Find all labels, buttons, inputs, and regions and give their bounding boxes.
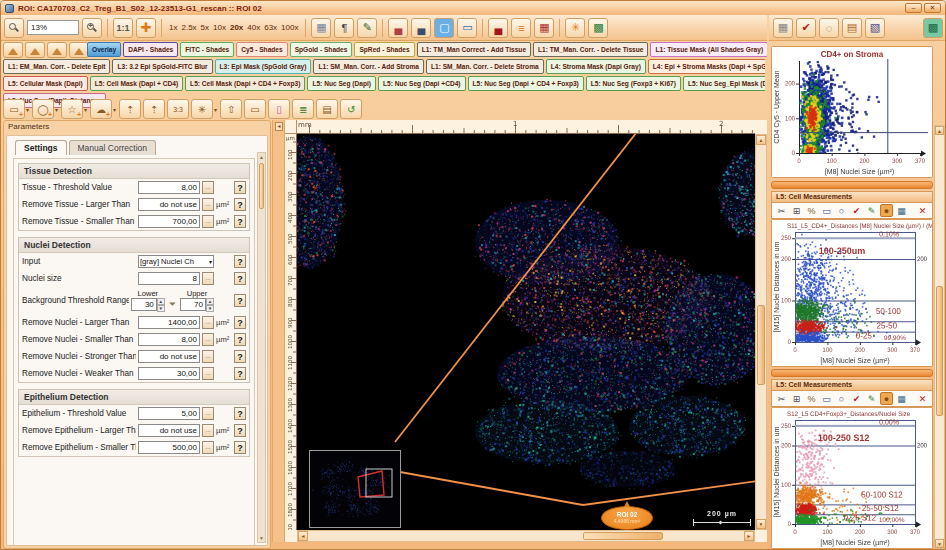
slider-magenta-tool[interactable]: ▯ [268, 99, 290, 119]
parameter-value-input[interactable] [138, 407, 200, 420]
crop-icon[interactable]: ▢ [434, 18, 454, 38]
draw-ellipse-tool[interactable]: ◯+ [32, 99, 54, 119]
undo-tool[interactable]: ↺ [340, 99, 362, 119]
zoom-preset-1x[interactable]: 1x [169, 23, 177, 32]
panel-separator[interactable] [771, 181, 933, 189]
gate-rect-icon[interactable]: ▭ [820, 204, 833, 217]
layer-tab[interactable]: L4: Stroma Mask (Dapi Gray) [546, 59, 646, 74]
layer-tab[interactable]: L1: Tissue Mask (All Shades Gray) [650, 42, 768, 57]
grid-dots-icon[interactable]: ▦ [773, 18, 793, 38]
zoom-preset-40x[interactable]: 40x [247, 23, 260, 32]
image-export-button[interactable] [47, 42, 67, 58]
grid-select-icon[interactable]: ▦ [311, 18, 331, 38]
zoom-preset-10x[interactable]: 10x [213, 23, 226, 32]
gate-config-icon[interactable]: ⊞ [790, 392, 803, 405]
more-options-button[interactable]: ... [202, 367, 214, 380]
help-button[interactable]: ? [234, 198, 246, 211]
overview-minimap[interactable] [309, 450, 401, 528]
gate-check-icon[interactable]: ✔ [850, 392, 863, 405]
edit-roi-icon[interactable]: ✎ [357, 18, 377, 38]
lower-threshold-input[interactable] [131, 298, 157, 311]
pan-tool-button[interactable]: ✚ [136, 18, 156, 38]
layer-tab[interactable]: L1: SM_Man. Corr. - Delete Stroma [426, 59, 544, 74]
gate-config-icon[interactable]: ⊞ [790, 204, 803, 217]
parameter-value-input[interactable] [138, 316, 200, 329]
percent-icon[interactable]: % [805, 392, 818, 405]
table-view-icon[interactable]: ▦ [895, 204, 908, 217]
roi-ellipse-icon[interactable]: ◌ [819, 18, 839, 38]
dot-display-icon[interactable]: ● [880, 392, 893, 405]
zoom-preset-20x[interactable]: 20x [230, 23, 243, 32]
annotate-icon[interactable]: ✎ [865, 204, 878, 217]
parameter-value-input[interactable] [138, 215, 200, 228]
input-channel-select[interactable]: [gray] Nuclei Ch▾ [138, 255, 214, 268]
image-view-button[interactable] [3, 42, 23, 58]
image-annotate-button[interactable] [25, 42, 45, 58]
annotate-icon[interactable]: ✎ [865, 392, 878, 405]
roi-badge[interactable]: ROI 02 4,4966 mm² [601, 506, 653, 530]
help-button[interactable]: ? [234, 181, 246, 194]
more-options-button[interactable]: ... [202, 350, 214, 363]
percent-icon[interactable]: % [805, 204, 818, 217]
verify-check-icon[interactable]: ✔ [796, 18, 816, 38]
more-options-button[interactable]: ... [202, 272, 214, 285]
draw-freehand-tool-dropdown[interactable]: ▾ [113, 106, 116, 113]
more-options-button[interactable]: ... [202, 198, 214, 211]
cd4-foxp3-distances-plot[interactable] [772, 408, 932, 548]
zoom-level-input[interactable] [27, 20, 79, 35]
zoom-preset-100x[interactable]: 100x [281, 23, 298, 32]
zoom-in-button[interactable]: + [82, 18, 102, 38]
image-new-button[interactable] [69, 42, 89, 58]
cd4-stroma-plot[interactable] [772, 47, 932, 177]
zoom-preset-2.5x[interactable]: 2.5x [181, 23, 196, 32]
layer-tab[interactable]: DAPI - Shades [123, 42, 178, 57]
zoom-preset-5x[interactable]: 5x [201, 23, 209, 32]
layer-tab[interactable]: Cy5 - Shades [236, 42, 287, 57]
parameter-value-input[interactable] [138, 272, 200, 285]
chart-search-icon[interactable]: ▧ [865, 18, 885, 38]
flower-select-tool[interactable]: ✳ [191, 99, 213, 119]
more-options-button[interactable]: ... [202, 316, 214, 329]
cut-icon[interactable]: ✂ [775, 392, 788, 405]
close-button[interactable]: ✕ [924, 3, 941, 13]
help-button[interactable]: ? [234, 272, 246, 285]
layer-tab[interactable]: L3: 3.2 Epi SpGold-FITC Blur [112, 59, 212, 74]
more-options-button[interactable]: ... [202, 441, 214, 454]
parameter-value-input[interactable] [138, 181, 200, 194]
more-options-button[interactable]: ... [202, 333, 214, 346]
layer-tab[interactable]: Overlay [87, 42, 121, 57]
help-button[interactable]: ? [234, 255, 246, 268]
help-button[interactable]: ? [234, 407, 246, 420]
table-view-icon[interactable]: ▦ [895, 392, 908, 405]
help-button[interactable]: ? [234, 441, 246, 454]
rect-plain-tool[interactable]: ▭ [244, 99, 266, 119]
one-to-one-button[interactable]: 1:1 [113, 18, 133, 38]
upper-threshold-input[interactable] [180, 298, 206, 311]
tab-settings[interactable]: Settings [15, 140, 67, 155]
parameter-value-input[interactable] [138, 441, 200, 454]
layer-tab[interactable]: L5: Nuc Seg (Dapi) [307, 76, 376, 91]
cd4-distances-plot[interactable] [772, 220, 932, 366]
list-icon[interactable]: ≡ [511, 18, 531, 38]
gate-ellipse-icon[interactable]: ○ [835, 204, 848, 217]
measure-flag-icon[interactable]: ¶ [334, 18, 354, 38]
parameter-value-input[interactable] [138, 367, 200, 380]
draw-rectangle-tool-dropdown[interactable]: ▾ [26, 106, 29, 113]
collapse-panel-button[interactable]: ◄ [275, 122, 283, 131]
pin-tool[interactable]: ⇡ [119, 99, 141, 119]
draw-freehand-tool[interactable]: ☁+ [90, 99, 112, 119]
layer-tab[interactable]: SpRed - Shades [354, 42, 414, 57]
layer-tab[interactable]: L5: Cellular Mask (Dapi) [3, 76, 88, 91]
close-panel-icon[interactable]: ✕ [916, 392, 929, 405]
measurements-scrollbar[interactable]: ▲ ▼ [934, 125, 945, 549]
help-button[interactable]: ? [234, 294, 246, 307]
layer-tab[interactable]: L5: Nuc Seg (Dapi +CD4) [378, 76, 466, 91]
viewer-vertical-scrollbar[interactable]: ▲ ▼ [755, 134, 767, 530]
layer-tab[interactable]: L3: Epi Mask (SpGold Gray) [215, 59, 312, 74]
gate-check-icon[interactable]: ✔ [850, 204, 863, 217]
layer-tab[interactable]: SpGold - Shades [290, 42, 353, 57]
draw-ellipse-tool-dropdown[interactable]: ▾ [55, 106, 58, 113]
histogram-red-icon[interactable]: ▄ [488, 18, 508, 38]
more-options-button[interactable]: ... [202, 424, 214, 437]
table-icon[interactable]: ▤ [842, 18, 862, 38]
